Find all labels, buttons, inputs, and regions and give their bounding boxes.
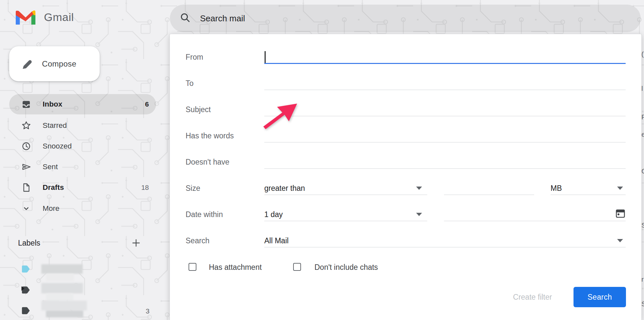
subject-underline <box>264 116 626 116</box>
size-operator-value: greater than <box>264 184 305 193</box>
inbox-icon <box>21 99 31 109</box>
edge-fragment: e <box>641 130 644 138</box>
edge-fragment: S <box>641 221 644 229</box>
has-words-label: Has the words <box>186 131 234 140</box>
redacted-label-name <box>46 310 83 317</box>
size-operator-underline <box>264 194 427 195</box>
create-filter-button[interactable]: Create filter <box>500 287 565 307</box>
sidebar-item-label: Snoozed <box>43 142 72 150</box>
sidebar-item-label: Inbox <box>43 100 62 109</box>
unread-count: 6 <box>145 100 149 108</box>
clock-icon <box>21 141 31 151</box>
size-label: Size <box>186 184 200 193</box>
compose-button[interactable]: Compose <box>9 46 100 81</box>
draft-count: 18 <box>141 184 149 191</box>
gmail-logo[interactable]: Gmail <box>16 10 74 25</box>
search-scope-underline <box>264 247 626 248</box>
dropdown-arrow-icon <box>617 239 623 242</box>
sidebar-item-inbox[interactable]: Inbox 6 <box>9 94 156 114</box>
sidebar-item-more[interactable]: More <box>9 198 156 219</box>
calendar-icon[interactable] <box>615 208 626 220</box>
label-tag-icon <box>21 306 31 317</box>
to-input[interactable] <box>264 76 626 90</box>
sidebar: Gmail Compose Inbox 6 Starred <box>0 0 170 320</box>
labels-title: Labels <box>18 239 40 248</box>
labels-section-header: Labels <box>18 239 156 248</box>
from-underline-focused <box>264 63 626 64</box>
size-amount-input[interactable] <box>444 181 534 194</box>
from-label: From <box>186 53 203 62</box>
redacted-label-name <box>46 274 74 281</box>
sidebar-item-drafts[interactable]: Drafts 18 <box>9 177 156 198</box>
has-attachment-label: Has attachment <box>209 263 262 272</box>
sidebar-item-label: Starred <box>43 121 67 130</box>
edge-fragment: C <box>641 167 644 175</box>
search-scope-value: All Mail <box>264 236 289 245</box>
gmail-m-icon <box>16 10 35 25</box>
date-underline <box>444 221 626 221</box>
date-range-value: 1 day <box>264 210 283 219</box>
edge-fragment: r <box>641 275 644 283</box>
size-unit-select[interactable]: MB <box>551 181 626 194</box>
sidebar-item-label: Drafts <box>43 183 64 192</box>
sidebar-item-label: More <box>43 204 59 213</box>
text-cursor <box>265 51 266 63</box>
has-words-underline <box>264 142 626 143</box>
size-operator-select[interactable]: greater than <box>264 181 427 194</box>
search-icon <box>180 12 191 25</box>
to-label: To <box>186 79 193 88</box>
sidebar-item-snoozed[interactable]: Snoozed <box>9 136 156 156</box>
edge-fragment: F <box>641 113 644 121</box>
doesnt-have-input[interactable] <box>264 155 626 168</box>
doesnt-have-label: Doesn't have <box>186 158 230 167</box>
annotation-arrow <box>261 100 302 133</box>
dropdown-arrow-icon <box>416 187 422 190</box>
from-input[interactable] <box>264 50 626 63</box>
chevron-down-icon <box>21 204 31 213</box>
star-icon <box>21 121 31 130</box>
exclude-chats-label: Don't include chats <box>314 263 378 272</box>
has-attachment-checkbox[interactable] <box>189 263 196 271</box>
expand-arrow-icon[interactable] <box>21 286 25 292</box>
size-unit-value: MB <box>551 184 562 193</box>
redacted-label-name <box>46 293 73 301</box>
date-range-underline <box>264 221 427 221</box>
edge-fragment: S <box>641 300 644 308</box>
dropdown-arrow-icon <box>617 187 623 190</box>
subject-label: Subject <box>186 105 211 114</box>
redacted-label-name <box>41 283 83 293</box>
exclude-chats-checkbox[interactable] <box>293 263 301 271</box>
search-scope-select[interactable]: All Mail <box>264 234 626 247</box>
date-input[interactable] <box>444 208 626 221</box>
label-tag-icon <box>21 264 31 275</box>
search-scope-label: Search <box>186 236 210 245</box>
subject-input[interactable] <box>264 103 626 116</box>
edge-fragment: ( <box>641 50 644 58</box>
pencil-icon <box>21 58 32 70</box>
compose-label: Compose <box>42 59 76 69</box>
dropdown-arrow-icon <box>416 213 422 216</box>
send-icon <box>21 162 31 172</box>
has-words-input[interactable] <box>264 129 626 142</box>
search-button[interactable]: Search <box>574 287 626 307</box>
doesnt-have-underline <box>264 168 626 169</box>
redacted-label-name <box>41 301 87 310</box>
date-range-select[interactable]: 1 day <box>264 208 427 221</box>
draft-file-icon <box>21 183 31 192</box>
sidebar-item-starred[interactable]: Starred <box>9 115 156 136</box>
search-placeholder: Search mail <box>200 13 245 24</box>
size-unit-underline <box>551 194 626 195</box>
label-count: 3 <box>146 307 150 315</box>
to-underline <box>264 90 626 90</box>
sidebar-item-sent[interactable]: Sent <box>9 157 156 177</box>
brand-wordmark: Gmail <box>44 11 74 24</box>
add-label-button[interactable] <box>131 238 141 249</box>
redacted-label-name <box>41 264 83 274</box>
search-filter-panel: From To Subject Has the words Doesn't ha… <box>170 34 642 320</box>
label-row[interactable] <box>9 260 156 279</box>
sidebar-item-label: Sent <box>43 163 58 171</box>
size-amount-underline <box>444 194 534 195</box>
date-within-label: Date within <box>186 210 223 219</box>
search-bar[interactable]: Search mail <box>170 5 641 32</box>
